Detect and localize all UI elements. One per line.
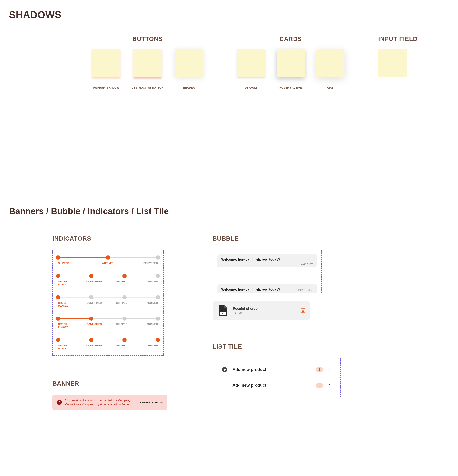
plus-icon: + bbox=[222, 367, 227, 372]
shadows-row: BUTTONS PRIMARY SHADOW DESTRUCTIVE BUTTO… bbox=[9, 35, 449, 89]
step-dot bbox=[56, 316, 60, 321]
listtile-heading: LIST TILE bbox=[213, 343, 341, 350]
chevron-right-icon bbox=[328, 367, 331, 372]
step-dot bbox=[123, 338, 127, 342]
step-dot bbox=[56, 255, 60, 260]
step-label: CONFIRMED bbox=[86, 301, 103, 307]
step-dot bbox=[89, 295, 93, 299]
step-dot bbox=[89, 316, 93, 321]
swatch-label: HOVER / ACTIVE bbox=[279, 86, 302, 89]
step-dot bbox=[89, 274, 93, 278]
download-icon[interactable] bbox=[300, 308, 306, 314]
step-label: ARRIVED bbox=[141, 323, 158, 329]
step-label: CONFIRMED bbox=[86, 323, 103, 329]
bubble-box: Welcome, how can I help you today? 10:47… bbox=[213, 250, 322, 293]
tile-label: Add new product bbox=[233, 367, 311, 372]
file-tile[interactable]: PDF Receipt of order 14.7kb bbox=[213, 301, 310, 321]
shadows-title: SHADOWS bbox=[9, 9, 449, 20]
step-label: ORDER PLACED bbox=[58, 323, 75, 329]
count-badge: 3 bbox=[316, 367, 323, 372]
step-label: ORDER PLACED bbox=[58, 301, 75, 307]
indicators-box: SHIPPEDARRIVEDDELIVEREDORDER PLACEDCONFI… bbox=[52, 250, 164, 356]
alert-icon: ! bbox=[57, 400, 62, 405]
cards-group: CARDS DEFAULT HOVER / ACTIVE AIRY bbox=[237, 35, 344, 89]
step-label: ORDER PLACED bbox=[58, 344, 75, 350]
arrow-right-icon: ➔ bbox=[160, 401, 163, 404]
banner: ! Your email address is now connected to… bbox=[52, 395, 167, 410]
swatch-label: AIRY bbox=[327, 86, 333, 89]
bubble-time: 10:47 PM bbox=[301, 262, 313, 265]
swatch-destructive bbox=[133, 49, 162, 77]
input-group: INPUT FIELD bbox=[378, 35, 417, 89]
indicators-heading: INDICATORS bbox=[52, 235, 167, 242]
step-dot bbox=[156, 274, 160, 278]
swatch-header bbox=[175, 49, 203, 77]
count-badge: 3 bbox=[316, 383, 323, 388]
step-label: CONFIRMED bbox=[86, 280, 103, 286]
swatch-card-default bbox=[237, 49, 265, 77]
step-label: ARRIVED bbox=[141, 301, 158, 307]
swatch-input bbox=[378, 49, 407, 77]
swatch-label: DEFAULT bbox=[245, 86, 257, 89]
step-label: SHIPPED bbox=[113, 301, 130, 307]
buttons-group: BUTTONS PRIMARY SHADOW DESTRUCTIVE BUTTO… bbox=[92, 35, 203, 89]
step-label: SHIPPED bbox=[113, 280, 130, 286]
svg-text:PDF: PDF bbox=[221, 313, 225, 315]
buttons-heading: BUTTONS bbox=[92, 35, 203, 42]
step-label: SHIPPED bbox=[58, 262, 75, 265]
bubble-heading: BUBBLE bbox=[213, 235, 341, 242]
step-dot bbox=[56, 295, 60, 299]
chevron-right-icon bbox=[328, 383, 331, 388]
step-dot bbox=[123, 274, 127, 278]
swatch-card-airy bbox=[316, 49, 344, 77]
step-dot bbox=[56, 274, 60, 278]
indicator-row: SHIPPEDARRIVEDDELIVERED bbox=[58, 255, 158, 265]
step-label: ARRIVED bbox=[141, 344, 158, 350]
step-dot bbox=[156, 295, 160, 299]
indicator-row: ORDER PLACEDCONFIRMEDSHIPPEDARRIVED bbox=[58, 338, 158, 350]
bubble-time: 10:47 PM ✓ bbox=[298, 288, 313, 291]
step-label: SHIPPED bbox=[113, 344, 130, 350]
step-label: ORDER PLACED bbox=[58, 280, 75, 286]
swatch-label: PRIMARY SHADOW bbox=[93, 86, 119, 89]
input-heading: INPUT FIELD bbox=[378, 35, 417, 42]
step-dot bbox=[156, 338, 160, 342]
step-dot bbox=[156, 316, 160, 321]
section2-title: Banners / Bubble / Indicators / List Til… bbox=[9, 206, 449, 216]
step-dot bbox=[123, 295, 127, 299]
step-label: ARRIVED bbox=[100, 262, 117, 265]
step-dot bbox=[106, 255, 110, 260]
list-tile[interactable]: + Add new product 3 bbox=[213, 362, 340, 378]
indicator-row: ORDER PLACEDCONFIRMEDSHIPPEDARRIVED bbox=[58, 274, 158, 286]
file-title: Receipt of order bbox=[233, 307, 295, 311]
step-label: ARRIVED bbox=[141, 280, 158, 286]
tile-label: Add new product bbox=[233, 383, 311, 388]
indicator-row: ORDER PLACEDCONFIRMEDSHIPPEDARRIVED bbox=[58, 295, 158, 307]
chat-bubble: Welcome, how can I help you today? 10:47… bbox=[217, 254, 317, 267]
list-tile[interactable]: Add new product 3 bbox=[213, 378, 340, 393]
banner-heading: BANNER bbox=[52, 380, 167, 387]
read-check-icon: ✓ bbox=[311, 288, 313, 291]
chat-bubble: Welcome, how can I help you today? 10:47… bbox=[217, 284, 317, 293]
step-dot bbox=[123, 316, 127, 321]
swatch-primary-shadow bbox=[92, 49, 120, 77]
swatch-label: DESTRUCTIVE BUTTON bbox=[132, 86, 164, 89]
pdf-icon: PDF bbox=[217, 305, 228, 317]
step-dot bbox=[56, 338, 60, 342]
step-label: SHIPPED bbox=[113, 323, 130, 329]
listtile-box: + Add new product 3 Add new product 3 bbox=[213, 358, 341, 397]
cards-heading: CARDS bbox=[237, 35, 344, 42]
step-label: CONFIRMED bbox=[86, 344, 103, 350]
swatch-label: HEADER bbox=[183, 86, 195, 89]
verify-now-button[interactable]: VERIFY NOW ➔ bbox=[140, 401, 163, 404]
bubble-text: Welcome, how can I help you today? bbox=[221, 257, 313, 262]
step-label: DELIVERED bbox=[141, 262, 158, 265]
banner-action-label: VERIFY NOW bbox=[140, 401, 159, 404]
file-size: 14.7kb bbox=[233, 311, 295, 315]
step-dot bbox=[156, 255, 160, 260]
swatch-card-hover bbox=[276, 49, 305, 77]
step-dot bbox=[89, 338, 93, 342]
banner-text: Your email address is now connected to a… bbox=[65, 398, 137, 406]
indicator-row: ORDER PLACEDCONFIRMEDSHIPPEDARRIVED bbox=[58, 316, 158, 329]
